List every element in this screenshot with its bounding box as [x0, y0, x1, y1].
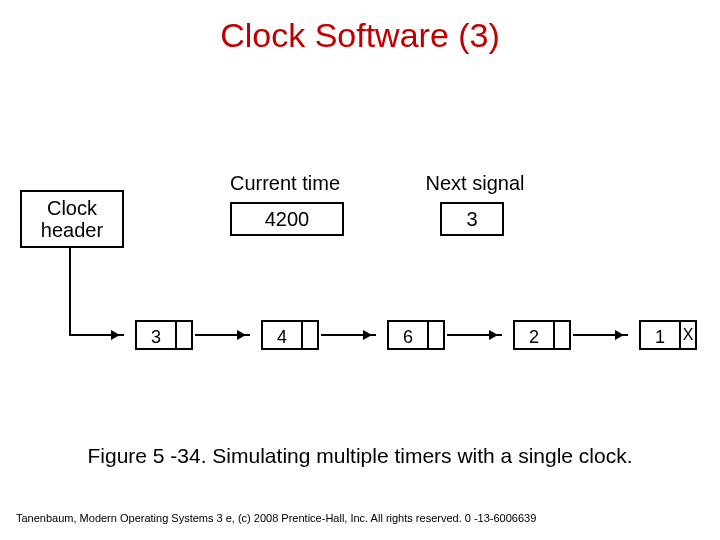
arrow-segment — [573, 334, 628, 336]
credit-line: Tanenbaum, Modern Operating Systems 3 e,… — [16, 512, 536, 524]
timer-node: 3 — [135, 320, 193, 350]
current-time-box: 4200 — [230, 202, 344, 236]
timer-node-value: 1 — [639, 320, 679, 350]
timer-node-last: 1X — [639, 320, 697, 350]
timer-node: 4 — [261, 320, 319, 350]
arrow-segment — [321, 334, 376, 336]
timer-node-next — [427, 320, 445, 350]
clock-header-box: Clock header — [20, 190, 124, 248]
next-signal-box: 3 — [440, 202, 504, 236]
timer-node-value: 4 — [261, 320, 301, 350]
slide-title: Clock Software (3) — [0, 16, 720, 55]
next-signal-label: Next signal — [420, 172, 530, 195]
arrow-segment — [195, 334, 250, 336]
timer-node-next — [301, 320, 319, 350]
timer-node: 6 — [387, 320, 445, 350]
timer-node-value: 2 — [513, 320, 553, 350]
timer-node-value: 3 — [135, 320, 175, 350]
timer-node-next — [553, 320, 571, 350]
arrow-segment — [69, 246, 71, 335]
timer-node-next — [175, 320, 193, 350]
figure-caption: Figure 5 -34. Simulating multiple timers… — [0, 444, 720, 468]
list-terminator: X — [679, 320, 697, 350]
arrow-segment — [69, 334, 124, 336]
current-time-label: Current time — [220, 172, 350, 195]
timer-diagram: Current time Next signal 4200 3 Clock he… — [20, 160, 700, 400]
arrow-segment — [447, 334, 502, 336]
timer-node: 2 — [513, 320, 571, 350]
timer-node-value: 6 — [387, 320, 427, 350]
